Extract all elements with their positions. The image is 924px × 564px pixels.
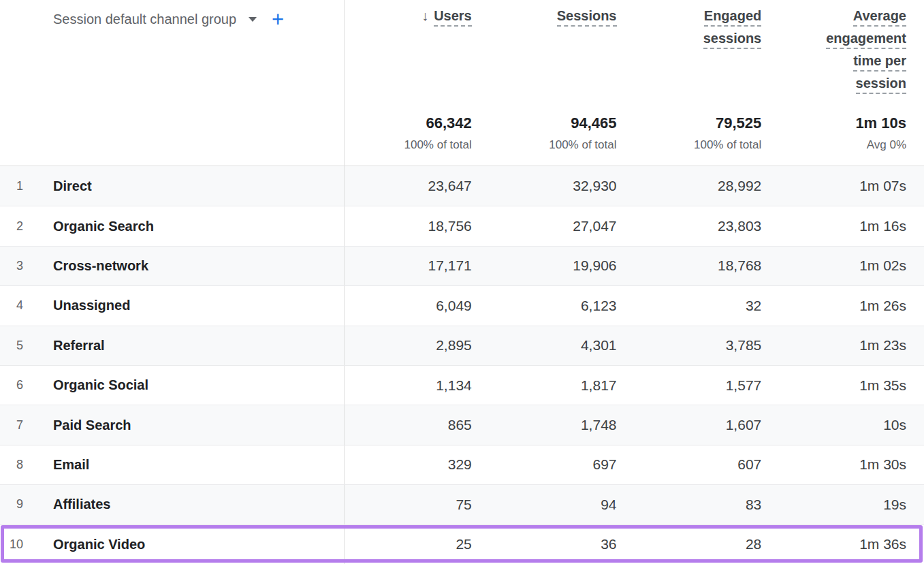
channel-name: Direct <box>53 178 92 194</box>
table-row: 8Email3296976071m 30s <box>0 445 924 484</box>
column-header-avg-engagement-time[interactable]: Averageengagementtime persession1m 10sAv… <box>779 0 924 166</box>
metric-value-sessions: 36 <box>490 525 635 564</box>
column-header-line: time per <box>853 53 906 76</box>
metric-value-engaged-sessions: 18,768 <box>635 247 780 285</box>
table-row: 10Organic Video2536281m 36s <box>0 524 924 564</box>
metric-value-users: 18,756 <box>345 206 490 245</box>
channel-name: Referral <box>53 338 105 354</box>
metric-value-engaged-sessions: 83 <box>635 485 780 524</box>
row-index: 3 <box>0 259 23 273</box>
column-header-sessions[interactable]: Sessions94,465100% of total <box>490 0 635 166</box>
row-index: 7 <box>0 418 23 433</box>
table-row: 2Organic Search18,75627,04723,8031m 16s <box>0 206 924 245</box>
metric-value-sessions: 4,301 <box>490 326 635 365</box>
column-header-lines: ↓Users <box>421 8 472 31</box>
metric-value-users: 25 <box>345 525 490 564</box>
table-header: Session default channel group + ↓Users66… <box>0 0 924 166</box>
add-dimension-button[interactable]: + <box>272 11 284 29</box>
row-index: 10 <box>0 537 23 552</box>
column-header-label: engagement <box>826 31 906 49</box>
dimension-cell: 9Affiliates <box>0 485 345 524</box>
column-header-label: sessions <box>703 31 762 49</box>
column-totals: 79,525100% of total <box>694 114 761 152</box>
row-index: 2 <box>0 219 23 234</box>
metric-value-avg-engagement-time: 19s <box>779 485 924 524</box>
dimension-cell: 1Direct <box>0 166 345 206</box>
dimension-cell: 2Organic Search <box>0 206 345 245</box>
column-header-lines: Averageengagementtime persession <box>826 8 906 98</box>
channel-name: Affiliates <box>53 497 110 512</box>
dimension-cell: 7Paid Search <box>0 405 345 444</box>
metric-value-engaged-sessions: 3,785 <box>635 326 780 365</box>
dimension-header-cell: Session default channel group + <box>0 0 345 166</box>
column-header-label: session <box>856 76 906 94</box>
table-body: 1Direct23,64732,93028,9921m 07s2Organic … <box>0 166 924 564</box>
metric-value-sessions: 6,123 <box>490 286 635 325</box>
row-index: 9 <box>0 497 23 512</box>
column-header-line: Average <box>853 8 906 31</box>
channel-name: Unassigned <box>53 298 130 313</box>
column-header-label: Users <box>434 8 472 27</box>
column-total-subtext: 100% of total <box>694 138 761 152</box>
metric-value-engaged-sessions: 28,992 <box>635 166 780 206</box>
metric-value-avg-engagement-time: 1m 23s <box>779 326 924 365</box>
table-row: 1Direct23,64732,93028,9921m 07s <box>0 166 924 206</box>
metric-value-sessions: 1,748 <box>490 405 635 444</box>
column-header-line: Sessions <box>557 8 617 31</box>
column-header-lines: Engagedsessions <box>703 8 762 53</box>
metric-value-avg-engagement-time: 1m 26s <box>779 286 924 325</box>
metric-value-sessions: 19,906 <box>490 247 635 285</box>
metric-value-avg-engagement-time: 1m 35s <box>779 366 924 405</box>
metric-value-users: 17,171 <box>345 247 490 285</box>
row-index: 6 <box>0 378 23 392</box>
column-total-value: 66,342 <box>404 114 472 132</box>
table-row: 6Organic Social1,1341,8171,5771m 35s <box>0 365 924 405</box>
table-row: 9Affiliates75948319s <box>0 484 924 524</box>
metric-value-engaged-sessions: 23,803 <box>635 206 780 245</box>
metric-value-avg-engagement-time: 10s <box>779 405 924 444</box>
dimension-cell: 8Email <box>0 445 345 484</box>
row-index: 4 <box>0 298 23 313</box>
metric-value-users: 1,134 <box>345 366 490 405</box>
metric-value-avg-engagement-time: 1m 07s <box>779 166 924 206</box>
column-totals: 66,342100% of total <box>404 114 472 152</box>
metric-value-users: 329 <box>345 445 490 484</box>
metric-value-avg-engagement-time: 1m 30s <box>779 445 924 484</box>
row-index: 1 <box>0 179 23 193</box>
column-total-subtext: 100% of total <box>549 138 616 152</box>
row-index: 5 <box>0 339 23 353</box>
metric-value-engaged-sessions: 28 <box>635 525 780 564</box>
column-header-line: sessions <box>703 31 762 53</box>
channel-name: Email <box>53 457 89 473</box>
dimension-cell: 5Referral <box>0 326 345 365</box>
table-row: 4Unassigned6,0496,123321m 26s <box>0 285 924 325</box>
sort-descending-icon: ↓ <box>421 8 428 23</box>
column-header-lines: Sessions <box>557 8 617 31</box>
column-header-engaged-sessions[interactable]: Engagedsessions79,525100% of total <box>635 0 780 166</box>
metric-value-engaged-sessions: 607 <box>635 445 780 484</box>
dimension-cell: 4Unassigned <box>0 286 345 325</box>
column-header-line: engagement <box>826 31 906 53</box>
column-header-users[interactable]: ↓Users66,342100% of total <box>345 0 490 166</box>
metric-value-users: 23,647 <box>345 166 490 206</box>
column-totals: 94,465100% of total <box>549 114 616 152</box>
metric-value-sessions: 1,817 <box>490 366 635 405</box>
metric-value-avg-engagement-time: 1m 16s <box>779 206 924 245</box>
table-row: 3Cross-network17,17119,90618,7681m 02s <box>0 246 924 285</box>
table-row: 7Paid Search8651,7481,60710s <box>0 405 924 444</box>
metric-value-users: 2,895 <box>345 326 490 365</box>
chevron-down-icon[interactable] <box>249 17 257 22</box>
metric-value-engaged-sessions: 1,577 <box>635 366 780 405</box>
ga4-channel-group-table: Session default channel group + ↓Users66… <box>0 0 924 564</box>
column-total-subtext: Avg 0% <box>855 138 906 152</box>
channel-name: Organic Social <box>53 377 148 393</box>
column-header-label: Engaged <box>704 8 761 27</box>
row-index: 8 <box>0 458 23 472</box>
metric-value-avg-engagement-time: 1m 36s <box>779 525 924 564</box>
column-header-line: session <box>856 76 906 98</box>
column-header-line: Engaged <box>704 8 761 31</box>
dimension-cell: 10Organic Video <box>0 525 345 564</box>
dimension-selector[interactable]: Session default channel group <box>53 11 236 27</box>
column-header-label: Average <box>853 8 906 27</box>
metric-value-users: 75 <box>345 485 490 524</box>
